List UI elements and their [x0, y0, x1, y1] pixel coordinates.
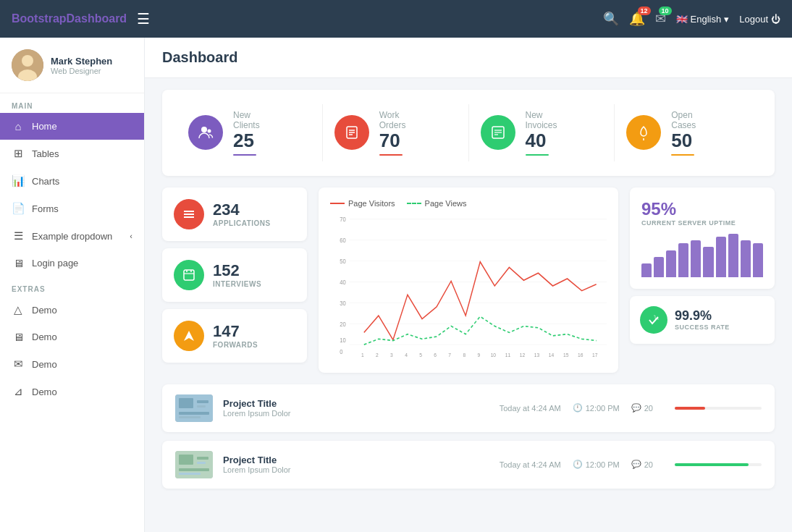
stat-new-invoices: NewInvoices 40 — [469, 104, 615, 161]
svg-text:8: 8 — [463, 351, 465, 358]
project-thumb-2 — [175, 451, 213, 478]
bar-7 — [716, 237, 726, 276]
sidebar-item-demo-1[interactable]: △ Demo — [0, 296, 144, 324]
svg-text:7: 7 — [448, 351, 451, 358]
sidebar-label-demo3: Demo — [32, 359, 57, 370]
sidebar-item-tables[interactable]: ⊞ Tables — [0, 140, 144, 167]
bar-1 — [641, 263, 652, 277]
logout-button[interactable]: Logout ⏻ — [739, 14, 780, 25]
sidebar-label-home: Home — [32, 121, 57, 132]
page-title: Dashboard — [162, 49, 775, 66]
sidebar-item-home[interactable]: ⌂ Home — [0, 113, 144, 140]
project-meta-2: Today at 4:24 AM 🕛 12:00 PM 💬 20 — [500, 460, 653, 469]
project-subtitle-2: Lorem Ipsum Dolor — [223, 465, 324, 474]
tables-icon: ⊞ — [12, 147, 25, 160]
language-label: English — [691, 14, 722, 25]
language-selector[interactable]: 🇬🇧 English ▾ — [676, 14, 730, 25]
success-percentage: 99.9% — [675, 308, 730, 324]
svg-point-3 — [201, 127, 207, 132]
avatar-image — [12, 49, 43, 81]
logout-icon: ⏻ — [771, 14, 780, 25]
charts-icon: 📊 — [12, 174, 25, 187]
user-role: Web Designer — [51, 67, 112, 75]
notifications-badge: 12 — [638, 7, 651, 15]
uptime-card: 95% CURRENT SERVER UPTIME — [630, 187, 775, 289]
clock-icon-1: 🕛 — [573, 403, 583, 413]
chart-legend: Page Visitors Page Views — [330, 199, 607, 208]
interviews-icon — [174, 260, 204, 290]
line-chart-card: Page Visitors Page Views 70 60 50 40 — [319, 187, 618, 373]
sidebar-item-demo-2[interactable]: 🖥 Demo — [0, 324, 144, 350]
svg-text:10: 10 — [340, 337, 346, 344]
stat-open-cases: OpenCases 50 — [615, 104, 760, 161]
messages-icon[interactable]: ✉ 10 — [655, 11, 666, 27]
dropdown-icon: ☰ — [12, 229, 25, 242]
svg-marker-21 — [184, 331, 194, 341]
demo2-icon: 🖥 — [12, 331, 25, 343]
sidebar-item-demo-4[interactable]: ⊿ Demo — [0, 378, 144, 405]
topnav-left: BootstrapDashboard ☰ — [12, 10, 150, 28]
mini-card-applications: 234 APPLICATIONS — [162, 187, 307, 241]
svg-text:13: 13 — [534, 351, 539, 358]
svg-text:4: 4 — [405, 351, 408, 358]
sidebar-item-demo-3[interactable]: ✉ Demo — [0, 350, 144, 378]
flag-icon: 🇬🇧 — [676, 14, 688, 25]
project-info-2: Project Title Lorem Ipsum Dolor — [223, 455, 324, 474]
sidebar-label-demo1: Demo — [32, 305, 57, 316]
sidebar-label-charts: Charts — [32, 176, 59, 187]
login-icon: 🖥 — [12, 257, 25, 269]
line-chart-svg: 70 60 50 40 30 20 10 0 — [330, 214, 607, 358]
project-clock-1: 🕛 12:00 PM — [573, 403, 620, 413]
interviews-text: 152 INTERVIEWS — [213, 261, 261, 288]
success-icon — [640, 306, 667, 334]
sidebar-label-tables: Tables — [32, 148, 59, 159]
forwards-text: 147 FORWARDS — [213, 322, 258, 349]
hamburger-button[interactable]: ☰ — [137, 10, 150, 28]
svg-text:20: 20 — [340, 321, 346, 328]
legend-page-visitors: Page Visitors — [330, 199, 395, 208]
sidebar-label-demo2: Demo — [32, 332, 57, 342]
svg-point-4 — [208, 130, 211, 133]
open-cases-text: OpenCases 50 — [671, 110, 696, 156]
sidebar-item-example-dropdown[interactable]: ☰ Example dropdown ‹ — [0, 222, 144, 250]
success-text: 99.9% SUCCESS RATE — [675, 308, 730, 331]
uptime-percentage: 95% — [641, 199, 763, 219]
comment-icon-1: 💬 — [631, 403, 641, 413]
applications-icon — [174, 199, 204, 229]
svg-text:30: 30 — [340, 300, 346, 307]
sidebar-item-forms[interactable]: 📄 Forms — [0, 195, 144, 222]
middle-row: 234 APPLICATIONS — [162, 187, 775, 373]
search-icon[interactable]: 🔍 — [603, 11, 619, 27]
new-clients-text: NewClients 25 — [233, 110, 260, 156]
sidebar-item-charts[interactable]: 📊 Charts — [0, 167, 144, 195]
svg-text:9: 9 — [477, 351, 480, 358]
user-name: Mark Stephen — [51, 56, 112, 67]
sidebar-label-login: Login page — [32, 258, 78, 269]
svg-text:1: 1 — [361, 351, 364, 358]
svg-text:60: 60 — [340, 237, 346, 244]
sidebar-extras-section: EXTRAS △ Demo 🖥 Demo ✉ Demo ⊿ Demo — [0, 276, 144, 405]
svg-text:12: 12 — [520, 351, 525, 358]
right-cards: 95% CURRENT SERVER UPTIME — [630, 187, 775, 373]
svg-text:50: 50 — [340, 258, 346, 265]
notifications-icon[interactable]: 🔔 12 — [629, 11, 645, 27]
chevron-icon: ‹ — [130, 232, 132, 240]
project-thumb-1 — [175, 394, 213, 422]
stat-new-clients: NewClients 25 — [177, 104, 323, 161]
legend-teal-line — [407, 203, 421, 204]
sidebar-item-login[interactable]: 🖥 Login page — [0, 250, 144, 276]
sidebar-label-forms: Forms — [32, 203, 59, 214]
bar-10 — [753, 243, 763, 276]
topnav: BootstrapDashboard ☰ 🔍 🔔 12 ✉ 10 🇬🇧 Engl… — [0, 0, 792, 38]
sidebar-section-title-main: MAIN — [0, 93, 144, 113]
project-list: Project Title Lorem Ipsum Dolor Today at… — [162, 384, 775, 489]
project-item-2: Project Title Lorem Ipsum Dolor Today at… — [162, 441, 775, 489]
project-time-2: Today at 4:24 AM — [500, 460, 561, 469]
svg-text:17: 17 — [592, 351, 597, 358]
uptime-bar-chart — [641, 234, 763, 277]
legend-pink-line — [330, 203, 345, 204]
svg-rect-56 — [197, 400, 208, 403]
svg-rect-62 — [197, 457, 208, 460]
new-invoices-text: NewInvoices 40 — [526, 110, 557, 156]
svg-rect-61 — [179, 455, 193, 465]
